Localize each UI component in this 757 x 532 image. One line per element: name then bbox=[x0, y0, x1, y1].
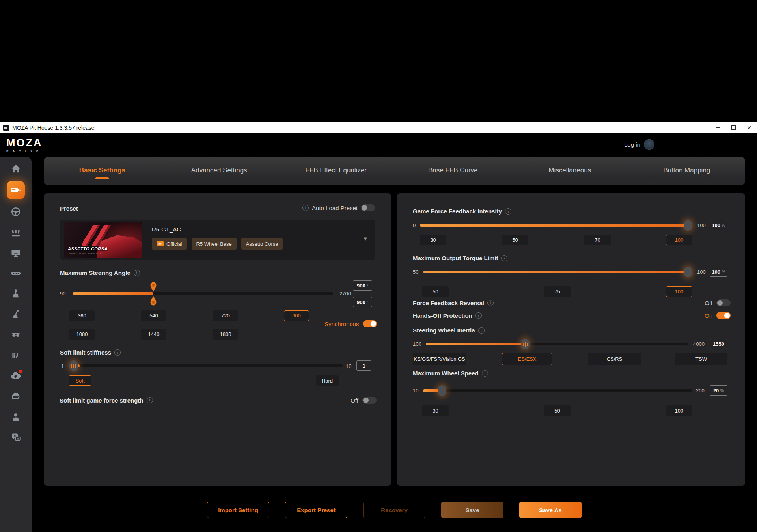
stiffness-min: 1 bbox=[61, 363, 64, 369]
speed-value-input[interactable]: 20% bbox=[710, 385, 727, 396]
inertia-value-input[interactable]: 1550 bbox=[710, 339, 727, 349]
info-icon[interactable]: i bbox=[501, 255, 507, 261]
steering-preset-540[interactable]: 540 bbox=[141, 310, 166, 321]
info-icon[interactable]: i bbox=[505, 208, 511, 215]
steering-preset-1080[interactable]: 1080 bbox=[69, 329, 95, 340]
steering-slider-handle-top[interactable] bbox=[149, 282, 157, 292]
intensity-preset-30[interactable]: 30 bbox=[420, 235, 446, 245]
steering-angle-slider[interactable] bbox=[73, 292, 333, 295]
helmet-icon bbox=[10, 391, 21, 402]
tab-advanced-settings[interactable]: Advanced Settings bbox=[161, 157, 278, 185]
torque-preset-50[interactable]: 50 bbox=[422, 286, 449, 297]
tab-basic-settings[interactable]: Basic Settings bbox=[44, 157, 161, 185]
import-setting-button[interactable]: Import Setting bbox=[207, 502, 269, 518]
tab-base-ffb-curve[interactable]: Base FFB Curve bbox=[395, 157, 512, 185]
info-icon[interactable]: i bbox=[478, 327, 485, 334]
intensity-min: 0 bbox=[413, 222, 416, 228]
stiffness-hard-button[interactable]: Hard bbox=[316, 375, 339, 386]
inertia-preset-es-esx[interactable]: ES/ESX bbox=[502, 353, 552, 365]
save-button[interactable]: Save bbox=[441, 502, 503, 518]
save-as-button[interactable]: Save As bbox=[519, 502, 582, 518]
torque-preset-100[interactable]: 100 bbox=[666, 286, 692, 297]
torque-preset-75[interactable]: 75 bbox=[544, 286, 571, 297]
info-icon[interactable]: i bbox=[147, 397, 153, 403]
speed-preset-100[interactable]: 100 bbox=[666, 405, 692, 416]
info-icon[interactable]: i bbox=[487, 300, 494, 306]
torque-slider-handle[interactable] bbox=[684, 267, 692, 277]
steering-value-input-bottom[interactable]: 900° bbox=[353, 297, 372, 307]
stiffness-slider-handle[interactable] bbox=[69, 360, 78, 371]
intensity-preset-70[interactable]: 70 bbox=[584, 235, 611, 245]
stiffness-value-input[interactable]: 1 bbox=[356, 360, 371, 371]
close-button[interactable]: ✕ bbox=[741, 122, 757, 133]
ffb-reversal-toggle[interactable] bbox=[716, 299, 731, 306]
intensity-slider-handle[interactable] bbox=[684, 220, 692, 231]
soft-limit-game-force-row: Soft limit game force strengthi Off bbox=[60, 396, 377, 404]
intensity-value-input[interactable]: 100% bbox=[710, 220, 727, 230]
tab-miscellaneous[interactable]: Miscellaneous bbox=[511, 157, 628, 185]
sidebar-item-library[interactable] bbox=[7, 349, 25, 361]
ffb-reversal-state-label: Off bbox=[705, 300, 712, 306]
sidebar-item-wheelbase[interactable] bbox=[7, 181, 25, 199]
inertia-preset-ks-gs-fsr-visiongs[interactable]: KS/GS/FSR/Vision GS bbox=[413, 353, 466, 365]
intensity-preset-50[interactable]: 50 bbox=[502, 235, 528, 245]
steering-preset-1800[interactable]: 1800 bbox=[213, 329, 238, 340]
steering-preset-1440[interactable]: 1440 bbox=[141, 329, 166, 340]
synchronous-toggle[interactable] bbox=[363, 320, 377, 327]
sidebar-item-display[interactable] bbox=[7, 246, 25, 259]
sidebar-item-races[interactable] bbox=[7, 390, 25, 402]
tab-label: FFB Effect Equalizer bbox=[305, 166, 367, 174]
tab-button-mapping[interactable]: Button Mapping bbox=[628, 157, 746, 185]
steering-preset-720[interactable]: 720 bbox=[213, 310, 238, 321]
preset-selector-card[interactable]: ASSETTO CORSA YOUR RACING SIMULATOR R5-G… bbox=[60, 220, 375, 260]
chevron-down-icon[interactable]: ▼ bbox=[363, 236, 368, 242]
restore-button[interactable] bbox=[725, 122, 741, 133]
stiffness-soft-button[interactable]: Soft bbox=[69, 375, 91, 386]
info-icon[interactable]: i bbox=[134, 270, 140, 276]
auto-load-preset-toggle[interactable] bbox=[361, 204, 375, 211]
steering-slider-handle-bottom[interactable] bbox=[149, 296, 157, 306]
login-button[interactable]: Log in bbox=[624, 139, 654, 150]
torque-slider[interactable] bbox=[423, 271, 692, 273]
sidebar-item-home[interactable] bbox=[7, 162, 25, 175]
speed-preset-50[interactable]: 50 bbox=[544, 405, 571, 416]
inertia-slider[interactable] bbox=[426, 343, 688, 345]
glasses-icon bbox=[10, 329, 22, 341]
speed-slider[interactable] bbox=[423, 389, 692, 392]
info-icon[interactable]: i bbox=[114, 349, 121, 356]
stiffness-max: 10 bbox=[346, 363, 351, 369]
speed-preset-30[interactable]: 30 bbox=[422, 405, 449, 416]
info-icon[interactable]: i bbox=[302, 205, 309, 211]
export-preset-button[interactable]: Export Preset bbox=[285, 502, 347, 518]
sidebar-item-handbrake[interactable] bbox=[7, 308, 25, 320]
intensity-max: 100 bbox=[697, 222, 706, 228]
inertia-preset-tsw[interactable]: TSW bbox=[675, 353, 727, 365]
sidebar-item-support-qa[interactable]: QA bbox=[7, 431, 25, 443]
intensity-slider[interactable] bbox=[420, 224, 692, 227]
sidebar-item-account[interactable] bbox=[7, 411, 25, 423]
sidebar-item-led-strip[interactable] bbox=[7, 267, 25, 279]
game-force-toggle[interactable] bbox=[362, 397, 377, 404]
sidebar-item-shifter[interactable] bbox=[7, 287, 25, 300]
inertia-preset-cs-rs[interactable]: CS/RS bbox=[588, 353, 641, 365]
sidebar-item-dash-glasses[interactable] bbox=[7, 329, 25, 341]
tab-ffb-effect-equalizer[interactable]: FFB Effect Equalizer bbox=[278, 157, 395, 185]
info-icon[interactable]: i bbox=[482, 370, 488, 377]
sidebar-item-pedals[interactable] bbox=[7, 226, 25, 238]
recovery-button[interactable]: Recovery bbox=[363, 502, 425, 518]
stiffness-slider[interactable] bbox=[77, 364, 343, 367]
minimize-button[interactable] bbox=[710, 122, 725, 133]
steering-value-input-top[interactable]: 900° bbox=[353, 280, 372, 291]
intensity-preset-100[interactable]: 100 bbox=[666, 235, 692, 245]
speed-max: 200 bbox=[696, 388, 705, 394]
torque-value-input[interactable]: 100% bbox=[710, 267, 727, 277]
info-icon[interactable]: i bbox=[475, 312, 482, 319]
speed-slider-handle[interactable] bbox=[438, 385, 446, 396]
steering-preset-360[interactable]: 360 bbox=[69, 310, 95, 321]
hands-off-toggle[interactable] bbox=[716, 312, 731, 319]
sidebar-item-steering-wheel[interactable] bbox=[7, 205, 25, 218]
sidebar-item-firmware-update[interactable] bbox=[7, 370, 25, 382]
steering-preset-900[interactable]: 900 bbox=[284, 310, 309, 321]
inertia-slider-handle[interactable] bbox=[521, 339, 530, 349]
login-avatar[interactable] bbox=[644, 139, 654, 150]
